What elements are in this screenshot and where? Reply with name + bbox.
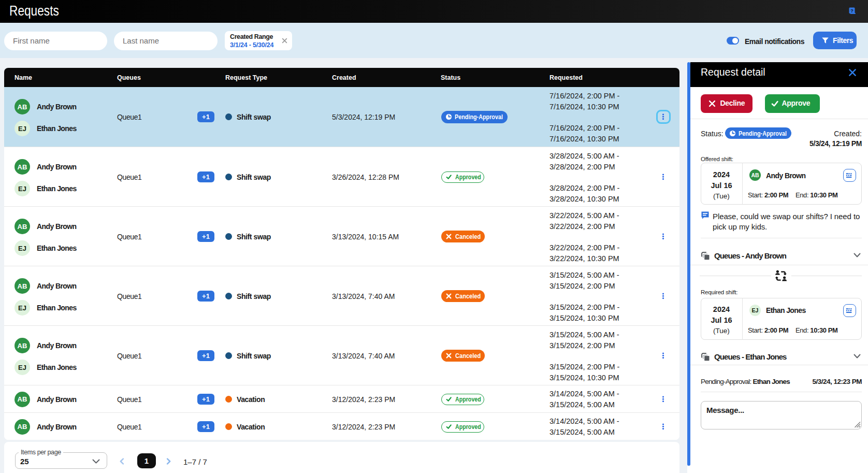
svg-text:?: ? — [850, 8, 853, 13]
